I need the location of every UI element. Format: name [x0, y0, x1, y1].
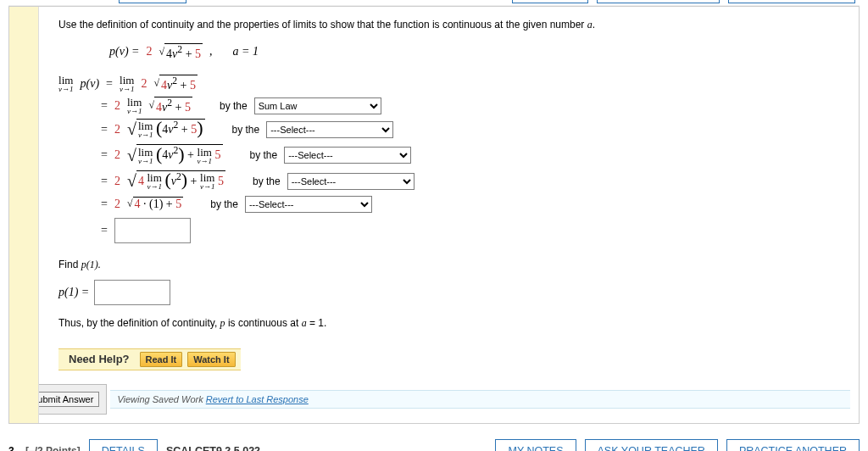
find-p1-label: Find p(1).	[58, 259, 850, 271]
need-help-label: Need Help?	[64, 353, 135, 365]
func-lhs: p(v) =	[109, 45, 140, 58]
p1-lhs: p(1) =	[58, 286, 89, 299]
submit-row: Submit Answer Viewing Saved Work Revert …	[58, 384, 850, 415]
step-line-4: = 2 √ 4 limv→1 (v2) + limv→1 5 by the --…	[101, 170, 850, 192]
bythe-1: by the	[220, 100, 248, 112]
law-select-3[interactable]: ---Select---	[284, 147, 411, 164]
question-points: [–/2 Points]	[25, 445, 81, 451]
bythe-4: by the	[253, 175, 281, 187]
need-help-bar: Need Help? Read It Watch It	[58, 348, 241, 370]
instruction-part-a: Use the definition of continuity and the…	[58, 19, 587, 31]
watch-it-button[interactable]: Watch It	[187, 352, 235, 367]
func-comma: ,	[209, 45, 213, 58]
law-select-5[interactable]: ---Select---	[245, 196, 372, 213]
next-question-header: 3. [–/2 Points] DETAILS SCALCET9 2.5.022…	[8, 439, 860, 451]
ask-teacher-button[interactable]: ASK YOUR TEACHER	[585, 439, 718, 451]
step-line-3: = 2 √ limv→1 (4v2) + limv→1 5 by the ---…	[101, 144, 850, 166]
law-select-1[interactable]: Sum Law	[254, 97, 381, 114]
bythe-3: by the	[250, 149, 278, 161]
details-button[interactable]: DETAILS	[89, 439, 158, 451]
my-notes-button[interactable]: MY NOTES	[495, 439, 576, 451]
step-line-5: = 2 √4 · (1) + 5 by the ---Select---	[101, 196, 850, 213]
p1-row: p(1) =	[58, 280, 850, 305]
bythe-2: by the	[232, 124, 260, 136]
question-block: Use the definition of continuity and the…	[8, 6, 860, 424]
instruction-part-b: .	[593, 19, 595, 31]
law-select-2[interactable]: ---Select---	[266, 121, 393, 138]
conclusion: Thus, by the definition of continuity, p…	[58, 317, 850, 330]
saved-prefix: Viewing Saved Work	[117, 394, 205, 404]
step-line-0: limv→1 p(v) = limv→1 2 √4v2 + 5	[58, 75, 850, 93]
revert-link[interactable]: Revert to Last Response	[206, 394, 309, 404]
read-it-button[interactable]: Read It	[140, 352, 183, 367]
question-left-gutter	[9, 7, 39, 423]
practice-another-button[interactable]: PRACTICE ANOTHER	[726, 439, 860, 451]
lim-left: limv→1	[58, 75, 74, 93]
func-two: 2	[147, 45, 153, 58]
p1-answer-input[interactable]	[94, 280, 170, 305]
step-line-2: = 2 √ limv→1 (4v2 + 5) by the ---Select-…	[101, 119, 850, 141]
instruction-text: Use the definition of continuity and the…	[58, 19, 850, 31]
final-answer-input[interactable]	[114, 218, 191, 243]
question-number: 3.	[8, 445, 17, 451]
law-select-4[interactable]: ---Select---	[287, 173, 415, 190]
function-definition: p(v) = 2 √4v2 + 5 , a = 1	[109, 43, 850, 61]
question-reference: SCALCET9 2.5.022.	[166, 445, 264, 451]
top-button-edges	[8, 0, 860, 6]
step-line-1: = 2 limv→1 √4v2 + 5 by the Sum Law	[101, 97, 850, 115]
step-final: =	[101, 218, 850, 243]
bythe-5: by the	[210, 198, 238, 210]
func-sqrt: √4v2 + 5	[159, 43, 203, 61]
final-eq: =	[101, 224, 108, 237]
lim-right: limv→1	[120, 75, 135, 93]
saved-work-bar: Viewing Saved Work Revert to Last Respon…	[110, 390, 850, 409]
func-a-eq: a = 1	[233, 45, 259, 58]
